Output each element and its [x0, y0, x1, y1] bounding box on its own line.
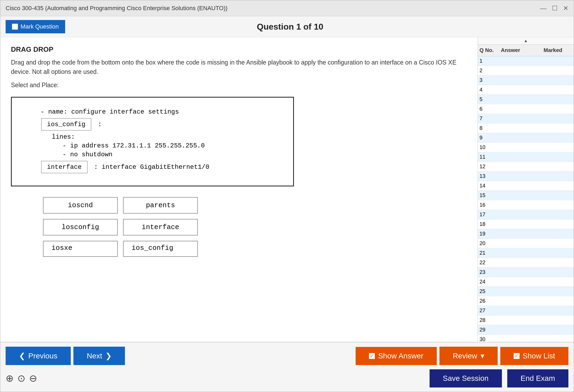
row-answer [501, 269, 544, 275]
question-area: DRAG DROP Drag and drop the code from th… [0, 37, 478, 342]
sidebar-row[interactable]: 29 [478, 325, 574, 335]
code-line-1: - name: configure interface settings [25, 108, 280, 115]
sidebar-row[interactable]: 1 [478, 56, 574, 66]
code-line-4: - ip address 172.31.1.1 255.255.255.0 [62, 142, 280, 149]
row-answer [501, 183, 544, 189]
sidebar-row[interactable]: 22 [478, 258, 574, 267]
mark-checkbox-icon [12, 24, 18, 30]
row-answer [501, 327, 544, 333]
drop-target-2[interactable]: interface [41, 161, 88, 173]
row-marked [544, 240, 574, 246]
save-session-label: Save Session [443, 374, 489, 382]
sidebar-row[interactable]: 24 [478, 277, 574, 287]
row-answer [501, 192, 544, 198]
sidebar-row[interactable]: 7 [478, 114, 574, 123]
row-answer [501, 298, 544, 304]
sidebar-row[interactable]: 18 [478, 219, 574, 229]
maximize-button[interactable]: ☐ [552, 5, 558, 12]
sidebar-row[interactable]: 10 [478, 143, 574, 152]
row-answer [501, 288, 544, 294]
drag-item-ios-config[interactable]: ios_config [123, 241, 198, 257]
sidebar-row[interactable]: 4 [478, 85, 574, 95]
end-exam-button[interactable]: End Exam [507, 369, 568, 387]
row-num: 21 [479, 250, 501, 256]
review-button[interactable]: Review ▾ [439, 347, 498, 365]
sidebar-row[interactable]: 14 [478, 181, 574, 191]
zoom-out-button[interactable]: ⊖ [29, 373, 37, 384]
row-num: 11 [479, 154, 501, 160]
row-answer [501, 279, 544, 285]
show-list-checkbox-icon [514, 353, 520, 359]
row-answer [501, 125, 544, 131]
question-type: DRAG DROP [11, 45, 467, 54]
show-list-label: Show List [523, 352, 555, 360]
sidebar-row[interactable]: 12 [478, 162, 574, 171]
toolbar: Mark Question Question 1 of 10 [0, 16, 574, 37]
save-session-button[interactable]: Save Session [430, 369, 502, 387]
row-answer [501, 317, 544, 323]
sidebar-row[interactable]: 20 [478, 239, 574, 248]
row-marked [544, 288, 574, 294]
mark-question-button[interactable]: Mark Question [6, 20, 65, 33]
sidebar-row[interactable]: 11 [478, 152, 574, 162]
bottom-bar: ❮ Previous Next ❯ Show Answer Review ▾ S… [0, 342, 574, 392]
sidebar-row[interactable]: 21 [478, 248, 574, 258]
row-marked [544, 317, 574, 323]
row-num: 16 [479, 202, 501, 208]
row-num: 15 [479, 192, 501, 198]
row-answer [501, 336, 544, 342]
sidebar-row[interactable]: 27 [478, 306, 574, 315]
row-marked [544, 183, 574, 189]
row-marked [544, 144, 574, 150]
sidebar-row[interactable]: 6 [478, 104, 574, 114]
zoom-reset-button[interactable]: ⊙ [17, 373, 25, 384]
sidebar-row[interactable]: 13 [478, 171, 574, 181]
sidebar-row[interactable]: 5 [478, 95, 574, 104]
drag-item-parents[interactable]: parents [123, 197, 198, 214]
scroll-up-arrow[interactable]: ▲ [478, 37, 574, 45]
row-answer [501, 240, 544, 246]
show-list-button[interactable]: Show List [500, 347, 568, 365]
sidebar-row[interactable]: 26 [478, 296, 574, 306]
sidebar-row[interactable]: 15 [478, 191, 574, 200]
row-num: 8 [479, 125, 501, 131]
sidebar-row[interactable]: 28 [478, 315, 574, 325]
window-controls: — ☐ ✕ [540, 5, 568, 12]
sidebar-rows: 1 2 3 4 5 6 7 8 [478, 56, 574, 342]
zoom-controls: ⊕ ⊙ ⊖ [6, 373, 37, 384]
row-marked [544, 327, 574, 333]
sidebar-row[interactable]: 30 [478, 335, 574, 342]
row-answer [501, 135, 544, 141]
zoom-in-button[interactable]: ⊕ [6, 373, 14, 384]
show-answer-label: Show Answer [378, 352, 423, 360]
show-answer-button[interactable]: Show Answer [356, 347, 437, 365]
sidebar-row[interactable]: 3 [478, 75, 574, 85]
sidebar-row[interactable]: 23 [478, 267, 574, 277]
row-num: 2 [479, 67, 501, 74]
next-button[interactable]: Next ❯ [73, 347, 125, 365]
row-num: 20 [479, 240, 501, 246]
drag-item-interface[interactable]: interface [123, 219, 198, 235]
row-marked [544, 336, 574, 342]
sidebar-row[interactable]: 16 [478, 200, 574, 210]
drop-target-1[interactable]: ios_config [41, 118, 91, 131]
row-num: 29 [479, 327, 501, 333]
sidebar-row[interactable]: 19 [478, 229, 574, 239]
drag-item-losconfig[interactable]: losconfig [43, 219, 118, 235]
sidebar-row[interactable]: 2 [478, 66, 574, 75]
drag-item-iosxe[interactable]: iosxe [43, 241, 118, 257]
close-button[interactable]: ✕ [563, 5, 568, 12]
colon-2: : interface GigabitEthernet1/0 [90, 163, 209, 171]
sidebar-row[interactable]: 17 [478, 210, 574, 219]
row-num: 18 [479, 221, 501, 227]
sidebar-row[interactable]: 9 [478, 133, 574, 143]
minimize-button[interactable]: — [540, 5, 547, 12]
row-answer [501, 58, 544, 64]
row-num: 1 [479, 58, 501, 64]
drag-item-ioscnd[interactable]: ioscnd [43, 197, 118, 214]
previous-button[interactable]: ❮ Previous [6, 347, 71, 365]
code-line-6: interface : interface GigabitEthernet1/0 [41, 161, 280, 173]
sidebar-row[interactable]: 25 [478, 287, 574, 296]
sidebar-row[interactable]: 8 [478, 123, 574, 133]
row-marked [544, 298, 574, 304]
